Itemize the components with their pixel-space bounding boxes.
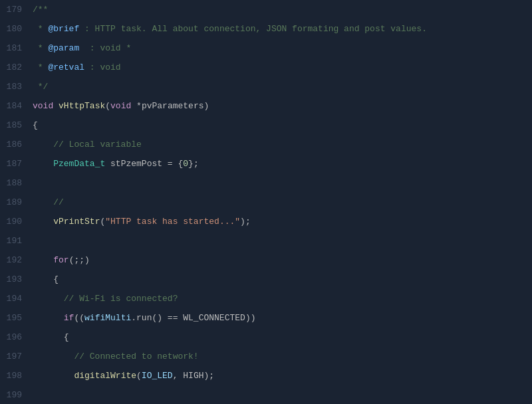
- code-token: digitalWrite: [74, 371, 136, 381]
- code-token: @brief: [48, 24, 79, 34]
- code-line: 184void vHttpTask(void *pvParameters): [0, 96, 532, 116]
- line-number: 197: [0, 352, 30, 361]
- line-content: if((wifiMulti.run() == WL_CONNECTED)): [30, 313, 532, 323]
- line-content: digitalWrite(IO_LED, HIGH);: [30, 371, 532, 381]
- line-number: 179: [0, 5, 30, 15]
- line-content: /**: [30, 5, 532, 15]
- line-content: * @param : void *: [30, 43, 532, 53]
- code-line: 183 */: [0, 77, 532, 96]
- code-line: 194 // Wi-Fi is connected?: [0, 289, 532, 308]
- line-number: 199: [0, 390, 30, 400]
- code-line: 197 // Connected to network!: [0, 347, 532, 366]
- code-token: "HTTP task has started...": [105, 217, 240, 227]
- code-token: vHttpTask: [59, 101, 105, 111]
- code-token: *: [33, 62, 48, 72]
- line-number: 191: [0, 236, 30, 246]
- code-token: connection, JSON formating and post valu…: [199, 24, 427, 34]
- code-token: : void *: [79, 43, 131, 53]
- code-line: 179/**: [0, 0, 532, 19]
- code-token: [53, 101, 59, 111]
- code-line: 198 digitalWrite(IO_LED, HIGH);: [0, 366, 532, 385]
- code-token: };: [188, 159, 199, 169]
- line-number: 196: [0, 332, 30, 342]
- line-content: * @brief : HTTP task. All about connecti…: [30, 24, 532, 34]
- line-content: [30, 236, 532, 246]
- code-line: 196 {: [0, 328, 532, 347]
- code-token: /**: [33, 5, 48, 15]
- code-token: {: [33, 274, 59, 284]
- code-line: 195 if((wifiMulti.run() == WL_CONNECTED)…: [0, 308, 532, 328]
- line-content: void vHttpTask(void *pvParameters): [30, 101, 532, 111]
- line-number: 187: [0, 159, 30, 169]
- code-token: (: [105, 101, 110, 111]
- line-content: // Connected to network!: [30, 352, 532, 361]
- line-content: //: [30, 197, 532, 207]
- line-number: 194: [0, 294, 30, 304]
- code-token: about: [173, 24, 199, 34]
- code-line: 189 //: [0, 193, 532, 212]
- line-content: {: [30, 274, 532, 284]
- code-line: 192 for(;;): [0, 251, 532, 270]
- line-content: [30, 178, 532, 188]
- code-line: 199: [0, 385, 532, 404]
- code-token: ((: [74, 313, 84, 323]
- code-token: wifiMulti: [84, 313, 131, 323]
- code-line: 182 * @retval : void: [0, 58, 532, 77]
- code-token: {: [33, 332, 69, 342]
- line-number: 190: [0, 217, 30, 227]
- line-number: 183: [0, 82, 30, 92]
- code-line: 186 // Local variable: [0, 135, 532, 154]
- code-token: @param: [48, 43, 79, 53]
- code-line: 190 vPrintStr("HTTP task has started..."…: [0, 212, 532, 231]
- line-content: */: [30, 82, 532, 92]
- line-content: vPrintStr("HTTP task has started...");: [30, 217, 532, 227]
- code-token: : void: [84, 62, 121, 72]
- code-token: *: [33, 24, 48, 34]
- line-number: 184: [0, 101, 30, 111]
- line-number: 185: [0, 120, 30, 130]
- code-token: {: [33, 120, 38, 130]
- code-token: void: [110, 101, 131, 111]
- line-number: 195: [0, 313, 30, 323]
- code-token: @retval: [48, 62, 84, 72]
- code-token: [33, 371, 74, 381]
- code-token: *pvParameters): [131, 101, 209, 111]
- line-content: // Wi-Fi is connected?: [30, 294, 532, 304]
- code-token: //: [33, 197, 64, 207]
- code-token: .run() == WL_CONNECTED)): [131, 313, 255, 323]
- code-token: stPzemPost = {: [105, 159, 183, 169]
- line-number: 181: [0, 43, 30, 53]
- code-token: void: [33, 101, 53, 111]
- line-number: 198: [0, 371, 30, 381]
- code-token: */: [33, 82, 48, 92]
- code-line: 181 * @param : void *: [0, 39, 532, 58]
- code-line: 191: [0, 231, 532, 251]
- code-editor: 179/**180 * @brief : HTTP task. All abou…: [0, 0, 532, 404]
- code-token: IO_LED: [142, 371, 173, 381]
- line-content: for(;;): [30, 255, 532, 265]
- line-number: 189: [0, 197, 30, 207]
- code-token: 0: [183, 159, 188, 169]
- code-token: (;;): [69, 255, 90, 265]
- line-number: 188: [0, 178, 30, 188]
- code-token: vPrintStr: [53, 217, 100, 227]
- code-token: [33, 313, 64, 323]
- code-token: for: [53, 255, 68, 265]
- code-token: (: [136, 371, 142, 381]
- code-line: 188: [0, 173, 532, 193]
- line-number: 193: [0, 274, 30, 284]
- line-content: PzemData_t stPzemPost = {0};: [30, 159, 532, 169]
- line-number: 186: [0, 140, 30, 150]
- code-token: [33, 255, 53, 265]
- code-token: // Connected to network!: [33, 352, 199, 361]
- code-line: 180 * @brief : HTTP task. All about conn…: [0, 19, 532, 39]
- code-token: *: [33, 43, 48, 53]
- code-line: 187 PzemData_t stPzemPost = {0};: [0, 154, 532, 173]
- code-token: [33, 159, 53, 169]
- code-token: // Local variable: [33, 140, 142, 150]
- line-content: {: [30, 120, 532, 130]
- code-token: PzemData_t: [53, 159, 105, 169]
- code-line: 185{: [0, 116, 532, 135]
- code-token: );: [240, 217, 251, 227]
- line-content: [30, 390, 532, 400]
